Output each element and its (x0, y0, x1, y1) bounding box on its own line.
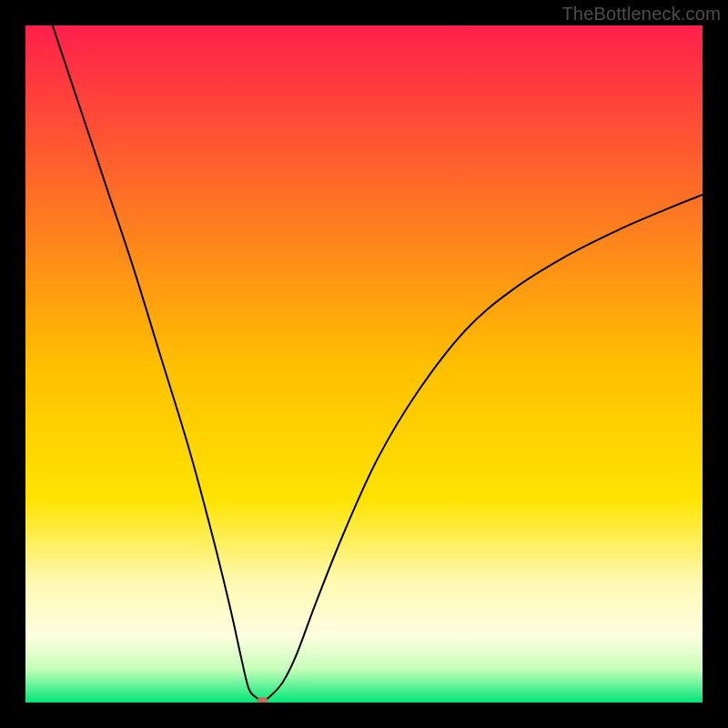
chart-background (25, 25, 703, 703)
watermark-text: TheBottleneck.com (561, 4, 721, 25)
chart-svg (25, 25, 703, 703)
chart-frame: TheBottleneck.com (0, 0, 728, 728)
plot-area (25, 25, 703, 703)
